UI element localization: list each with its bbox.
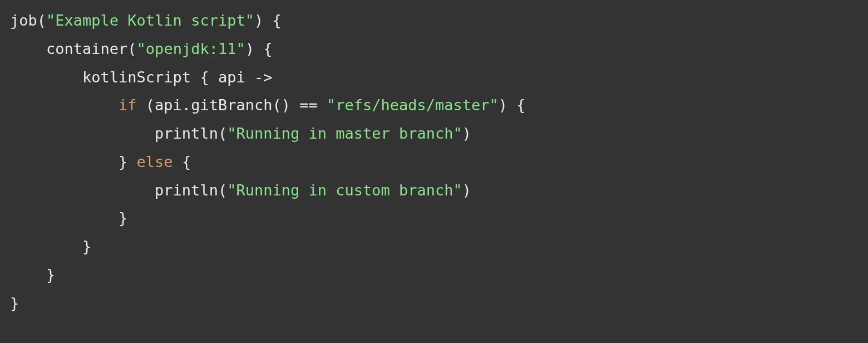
code-line: } [10,266,55,283]
code-line: } [10,209,127,227]
code-line: if (api.gitBranch() == "refs/heads/maste… [10,96,526,114]
string-literal: "Running in custom branch" [227,182,462,199]
code-block: job("Example Kotlin script") { container… [0,0,868,324]
code-line: println("Running in custom branch") [10,182,471,199]
string-literal: "Example Kotlin script" [46,12,254,29]
code-line: job("Example Kotlin script") { [10,12,282,29]
code-line: container("openjdk:11") { [10,40,272,57]
code-line: kotlinScript { api -> [10,68,272,86]
code-line: } [10,295,19,312]
string-literal: "openjdk:11" [137,40,245,57]
string-literal: "Running in master branch" [227,125,462,142]
code-line: println("Running in master branch") [10,125,471,142]
code-line: } [10,238,91,255]
keyword-else: else [137,153,173,170]
code-line: } else { [10,153,191,170]
keyword-if: if [119,96,137,114]
string-literal: "refs/heads/master" [327,96,499,114]
